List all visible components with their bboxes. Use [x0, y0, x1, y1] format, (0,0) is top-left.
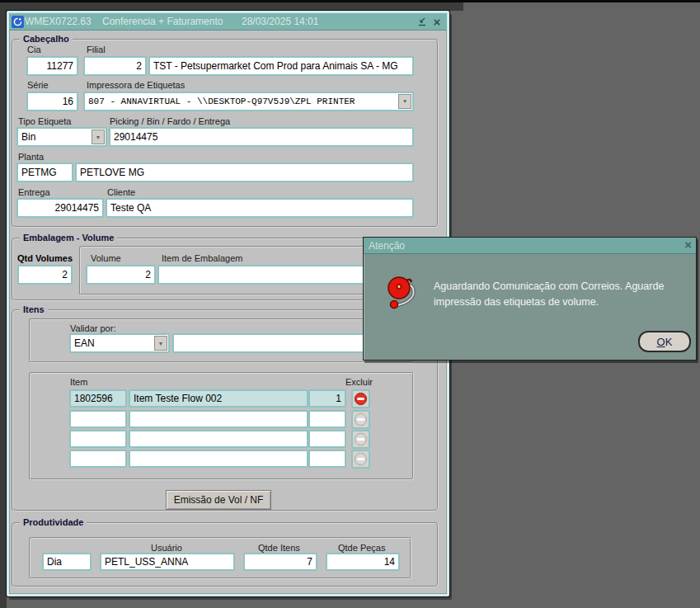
tipo-etiqueta-dropdown-button[interactable]: ▼ [92, 130, 105, 144]
dialog-message-line: Aguardando Comunicação com Correios. Agu… [434, 280, 664, 292]
minus-circle-icon [355, 413, 367, 426]
impressora-dropdown-button[interactable]: ▼ [398, 94, 411, 109]
planta-label: Planta [18, 152, 44, 162]
cliente-field[interactable]: Teste QA [106, 198, 414, 218]
excluir-row-button[interactable] [351, 430, 370, 449]
desktop-background: WMEX0722.63 Conferencia + Faturamento 28… [0, 0, 700, 608]
chevron-down-icon: ▼ [158, 341, 164, 346]
cliente-label: Cliente [107, 187, 135, 197]
entrega-field[interactable]: 29014475 [16, 198, 104, 218]
qtde-itens-field[interactable]: 7 [243, 553, 317, 571]
planta-codigo-field[interactable]: PETMG [16, 163, 73, 182]
window-titlebar[interactable]: WMEX0722.63 Conferencia + Faturamento 28… [9, 13, 447, 31]
minimize-icon[interactable] [416, 15, 429, 28]
usuario-field[interactable]: PETL_USS_ANNA [100, 553, 235, 571]
alarm-bell-icon [387, 274, 416, 315]
filial-nome-field[interactable]: TST - Petsupermarket Com Prod para Anima… [148, 56, 414, 76]
close-icon[interactable]: × [430, 15, 444, 28]
cia-field[interactable]: 11277 [26, 56, 78, 76]
group-embalagem-caption: Embalagem - Volume [20, 233, 117, 243]
chevron-down-icon: ▼ [96, 134, 101, 140]
desktop-edge-strip [0, 0, 700, 2]
planta-nome-field[interactable]: PETLOVE MG [75, 163, 414, 182]
window-title: Conferencia + Faturamento [102, 16, 223, 27]
group-itens-caption: Itens [20, 304, 48, 314]
validar-por-value: EAN [74, 337, 95, 349]
dialog-close-icon[interactable]: × [684, 238, 692, 252]
volume-label: Volume [91, 253, 121, 263]
impressora-value: 807 - ANNAVIRTUAL - \\DESKTOP-Q97V5J9\ZP… [88, 97, 355, 106]
serie-field[interactable]: 16 [26, 92, 78, 111]
window-datetime: 28/03/2025 14:01 [242, 16, 318, 27]
chevron-down-icon: ▼ [403, 99, 406, 105]
excluir-row-button[interactable] [351, 410, 370, 429]
ok-button[interactable]: OK [638, 331, 691, 352]
emissao-vol-nf-button[interactable]: Emissão de Vol / NF [166, 490, 271, 510]
qtd-volumes-label: Qtd Volumes [17, 253, 73, 263]
usuario-label: Usuário [151, 543, 182, 553]
item-codigo-field[interactable] [69, 430, 127, 448]
app-icon [12, 16, 24, 31]
cia-label: Cia [27, 45, 41, 54]
impressora-label: Impressora de Etiquetas [87, 80, 185, 90]
tipo-etiqueta-label: Tipo Etiqueta [18, 116, 71, 126]
qtde-itens-label: Qtde Itens [258, 543, 300, 553]
window-program-id: WMEX0722.63 [25, 16, 92, 27]
validar-por-label: Validar por: [70, 323, 115, 333]
item-codigo-field[interactable] [69, 410, 127, 428]
filial-label: Filial [87, 45, 106, 54]
dialog-message-line: impressão das etiquetas de volume. [434, 296, 599, 308]
item-column-header: Item [70, 377, 87, 387]
validar-por-combobox[interactable]: EAN ▼ [69, 333, 170, 353]
picking-label: Picking / Bin / Fardo / Entrega [110, 116, 230, 126]
qtde-pecas-field[interactable]: 14 [326, 553, 400, 571]
item-embalagem-label: Item de Embalagem [162, 253, 242, 263]
volume-field[interactable]: 2 [86, 265, 156, 285]
dialog-titlebar[interactable]: Atenção × [364, 238, 696, 254]
periodo-field[interactable]: Dia [42, 553, 92, 571]
picking-field[interactable]: 29014475 [109, 127, 414, 147]
item-qtde-field[interactable]: 1 [308, 389, 346, 408]
serie-label: Série [27, 80, 49, 90]
filial-numero-field[interactable]: 2 [83, 56, 147, 76]
group-produtividade-caption: Produtividade [20, 517, 87, 527]
group-cabecalho-caption: Cabeçalho [20, 34, 73, 44]
item-qtde-field[interactable] [308, 430, 346, 448]
dialog-title: Atenção [369, 240, 405, 252]
alert-dialog: Atenção × Aguardando Comunicação com Cor… [363, 237, 697, 361]
minus-circle-icon [355, 393, 367, 405]
tipo-etiqueta-combobox[interactable]: Bin ▼ [16, 127, 107, 147]
item-descricao-field[interactable] [129, 450, 308, 468]
minus-circle-icon [355, 453, 367, 465]
item-qtde-field[interactable] [308, 410, 346, 428]
tipo-etiqueta-value: Bin [21, 131, 35, 143]
item-descricao-field[interactable]: Item Teste Flow 002 [129, 389, 308, 408]
item-descricao-field[interactable] [129, 430, 308, 448]
excluir-row-button[interactable] [351, 389, 370, 408]
desktop-shade-left [0, 0, 7, 608]
item-descricao-field[interactable] [129, 410, 308, 428]
excluir-row-button[interactable] [351, 450, 370, 469]
minus-circle-icon [355, 433, 367, 445]
entrega-label: Entrega [18, 187, 50, 197]
qtd-volumes-field[interactable]: 2 [17, 265, 73, 285]
excluir-column-header: Excluir [345, 377, 373, 387]
item-codigo-field[interactable]: 1802596 [69, 389, 127, 408]
impressora-combobox[interactable]: 807 - ANNAVIRTUAL - \\DESKTOP-Q97V5J9\ZP… [83, 92, 414, 111]
validar-por-dropdown-button[interactable]: ▼ [154, 336, 167, 351]
qtde-pecas-label: Qtde Peças [338, 543, 385, 553]
item-qtde-field[interactable] [308, 450, 346, 468]
item-codigo-field[interactable] [69, 450, 127, 468]
